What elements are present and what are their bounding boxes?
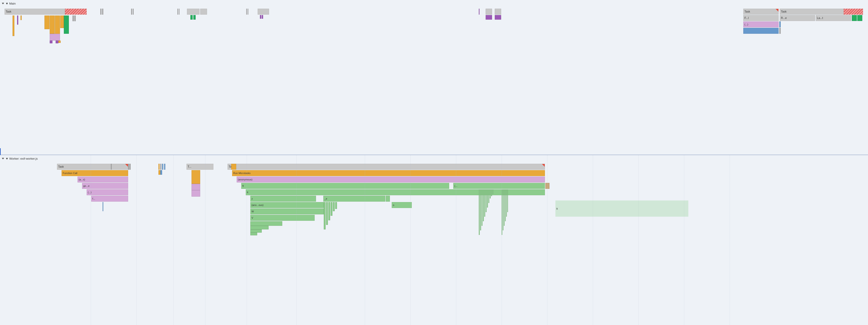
small-gray-2 [74,16,76,21]
paren-block[interactable]: (...) [87,189,128,195]
main-task-2[interactable] [258,9,269,14]
blue-block-right[interactable] [743,28,779,34]
worker-orange-2 [158,170,160,175]
green-hash-4 [331,202,333,216]
lt-label: lt [247,191,248,194]
green-thin-6 [486,189,487,212]
w-block[interactable]: W [250,208,324,214]
lat-block[interactable]: La...t [816,15,851,21]
small-orange-2 [21,16,22,20]
worker-grid-5 [247,155,247,325]
worker-gray-1 [128,164,129,170]
green-thin-3 [482,189,483,226]
purple-t-2 [191,190,200,197]
task-orange-1 [231,164,236,170]
function-call-block[interactable]: Function Call [62,170,128,176]
worker-task-t-label: T... [188,165,191,168]
tall-orange-2 [50,16,55,34]
run-microtasks-block[interactable]: Run Microtasks [232,170,545,176]
o-block[interactable]: o [392,202,412,208]
a-s-label: (a...s) [79,178,85,181]
worker-grid-8 [410,155,411,325]
function-call-label: Function Call [63,172,77,175]
ft-block[interactable]: ft [241,183,449,189]
green-hash-2 [326,202,328,225]
green-thin-8 [488,189,489,203]
green-thin-7 [487,189,488,208]
a-s-block[interactable]: (a...s) [78,177,128,182]
worker-label: ▼ Worker: exif-worker.js [5,157,38,160]
green-main-2 [190,15,193,20]
lat-label: La...t [817,17,823,20]
v-block[interactable]: V [250,215,315,221]
green-main-3 [193,15,196,20]
e-label: _e [324,197,327,200]
purple-block-1 [486,15,492,20]
green-far-5 [506,189,507,217]
small-blue-1 [479,9,479,14]
f-label: f... [92,197,95,200]
anon-block[interactable]: (...) [743,22,779,27]
e-block[interactable]: _e [323,196,385,202]
small-gray-4 [102,9,103,14]
worker-section-header: ▼ Worker: exif-worker.js [2,157,38,160]
purple-main-1 [50,34,60,40]
main-label: ▼ Main [5,2,16,5]
ft-label: ft [242,184,244,187]
small-purple-1 [17,16,18,25]
green-thin-4 [483,189,484,221]
small-gray-10 [248,9,248,14]
green-v-4 [250,233,257,235]
main-task-right-1[interactable]: Task [743,9,779,14]
green-lat [857,15,862,21]
green-v-3 [250,230,262,233]
anon-ous-block[interactable]: (ano...ous) [250,202,324,208]
purple-t-1 [191,184,200,190]
it-label: It [556,207,558,210]
fl-block[interactable]: F...l [743,15,779,21]
worker-grid-12 [593,155,593,325]
tiny-purple-2 [56,40,58,43]
right-striped [844,9,863,14]
main-task-right-2-label: Task [781,10,786,13]
main-task-1-label: Task [6,10,11,13]
z-block[interactable]: z [250,196,316,202]
worker-blue-2 [164,164,165,170]
green-hash-5 [333,202,335,211]
worker-task-big[interactable]: Task [227,164,545,170]
worker-small-1 [111,164,112,170]
f-block[interactable]: f... [91,196,128,202]
green-v-2 [250,226,269,230]
green-hash-3 [328,202,330,220]
worker-grid-3 [173,155,174,325]
worker-grid-14 [684,155,684,325]
worker-grid-9 [456,155,456,325]
green-thin-2 [480,189,481,230]
gray-small-1 [779,28,781,34]
v-label: V [251,216,253,219]
small-gray-6 [133,9,134,14]
re-block[interactable]: R...e [780,15,815,21]
ft-continuation[interactable]: (... [453,183,545,189]
green-v-1 [250,221,282,226]
flame-graph: ▼ Main Task [0,0,868,325]
main-task-1[interactable]: Task [5,9,65,14]
worker-orange-1 [158,164,160,170]
tiny-orange-1 [58,40,61,43]
small-gray-7 [177,9,178,14]
z-label: z [251,197,253,200]
o-label: o [393,204,394,206]
worker-grid-11 [547,155,548,325]
green-main-1 [64,16,69,34]
gee-block[interactable]: ge...e [82,183,128,189]
main-task-gray-2[interactable] [200,9,207,14]
worker-task-1[interactable]: Task [57,164,128,170]
tall-orange-1 [44,16,50,29]
green-far-2 [503,189,503,230]
lt-block[interactable]: lt [246,189,545,195]
re-label: R...e [781,17,786,20]
worker-task-t[interactable]: T... [186,164,213,170]
main-task-gray-1[interactable] [187,9,199,14]
anonymous-block[interactable]: (anonymous) [237,177,545,182]
small-gray-8 [179,9,180,14]
